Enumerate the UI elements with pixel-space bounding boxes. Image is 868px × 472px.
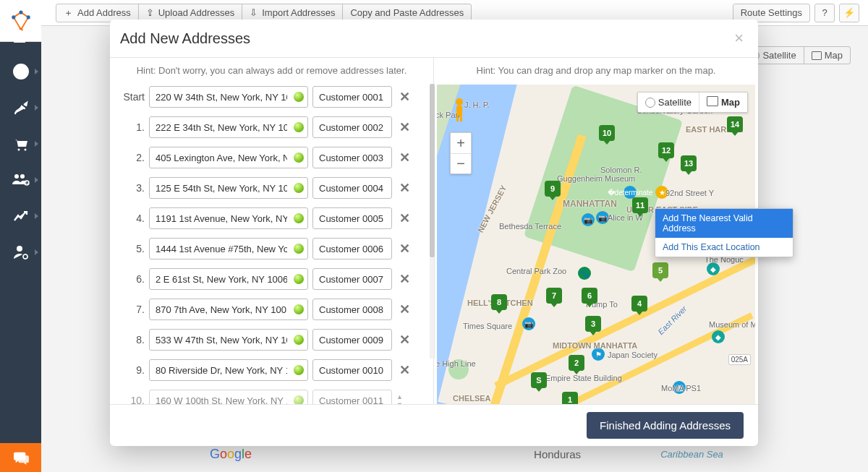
map-pin[interactable]: 11 bbox=[632, 197, 648, 213]
delete-row-button[interactable]: ✕ bbox=[396, 362, 412, 378]
delete-row-button[interactable]: ✕ bbox=[396, 180, 412, 196]
plus-icon: ＋ bbox=[64, 7, 73, 20]
delete-row-button[interactable]: ✕ bbox=[396, 332, 412, 348]
map-pin[interactable]: 14 bbox=[727, 116, 743, 132]
alias-input[interactable] bbox=[312, 177, 392, 199]
map-pin[interactable]: 12 bbox=[658, 142, 674, 158]
svg-rect-16 bbox=[456, 115, 459, 121]
zoom-in-button[interactable]: + bbox=[451, 133, 471, 153]
address-input[interactable] bbox=[149, 238, 308, 259]
nav-analytics[interactable] bbox=[0, 198, 41, 234]
help-button[interactable]: ? bbox=[814, 4, 835, 22]
map-pin[interactable]: 5 bbox=[652, 262, 668, 278]
alias-input[interactable] bbox=[312, 238, 392, 259]
geocode-status-icon bbox=[294, 274, 304, 284]
nav-chat[interactable] bbox=[0, 443, 41, 472]
map-pin[interactable]: 13 bbox=[681, 155, 697, 171]
delete-row-button[interactable]: ✕ bbox=[396, 210, 412, 226]
delete-row-button[interactable]: ✕ bbox=[396, 150, 412, 166]
ctx-add-exact[interactable]: Add This Exact Location bbox=[655, 238, 793, 257]
map-pin[interactable]: 8 bbox=[491, 294, 507, 310]
address-list-pane: Hint: Don't worry, you can always add or… bbox=[110, 58, 434, 404]
globe-icon bbox=[645, 98, 655, 108]
nav-add-user[interactable] bbox=[0, 17, 41, 53]
alias-input[interactable] bbox=[312, 147, 392, 168]
address-scroll[interactable]: Start✕1.✕2.✕3.✕4.✕5.✕6.✕7.✕8.✕9.✕10. bbox=[110, 82, 433, 404]
alias-input[interactable] bbox=[312, 268, 392, 290]
nav-orders[interactable] bbox=[0, 126, 41, 162]
address-input[interactable] bbox=[149, 116, 308, 138]
address-input[interactable] bbox=[149, 207, 308, 229]
map-pin[interactable]: 3 bbox=[585, 316, 601, 332]
left-nav-rail bbox=[0, 0, 41, 472]
address-input[interactable] bbox=[149, 86, 308, 108]
question-icon: ? bbox=[822, 7, 827, 18]
address-row: 1.✕ bbox=[116, 112, 429, 142]
alias-input[interactable] bbox=[312, 299, 392, 320]
map-zoom-control: + − bbox=[450, 132, 472, 174]
address-row: 9.✕ bbox=[116, 355, 429, 385]
svg-point-14 bbox=[456, 98, 463, 106]
nav-user-settings[interactable] bbox=[0, 234, 41, 270]
address-input[interactable] bbox=[149, 268, 308, 290]
alias-input[interactable] bbox=[312, 359, 392, 381]
alias-input[interactable] bbox=[312, 116, 392, 138]
address-input[interactable] bbox=[149, 359, 308, 381]
alias-input[interactable] bbox=[312, 329, 392, 351]
modal-map-type-toggle: Satellite Map bbox=[637, 92, 748, 113]
keyboard-shortcut-badge: 025A bbox=[728, 354, 751, 365]
modal-close-button[interactable]: × bbox=[734, 30, 744, 46]
delete-row-button[interactable]: ✕ bbox=[396, 241, 412, 257]
alias-input[interactable] bbox=[312, 207, 392, 229]
nav-team[interactable] bbox=[0, 162, 41, 198]
svg-point-6 bbox=[20, 75, 22, 77]
ctx-add-nearest[interactable]: Add The Nearest Valid Address bbox=[655, 209, 793, 238]
map-toggle[interactable]: Map bbox=[699, 93, 747, 112]
address-list-scrollbar[interactable] bbox=[430, 84, 435, 359]
import-icon: ⇩ bbox=[250, 7, 258, 18]
sort-handle[interactable] bbox=[396, 393, 403, 404]
row-index: 7. bbox=[116, 304, 145, 315]
row-index: Start bbox=[116, 91, 145, 103]
address-row: 5.✕ bbox=[116, 233, 429, 264]
zoom-out-button[interactable]: − bbox=[451, 153, 471, 173]
row-index: 5. bbox=[116, 243, 145, 254]
map-pin[interactable]: 2 bbox=[569, 355, 584, 371]
delete-row-button[interactable]: ✕ bbox=[396, 119, 412, 135]
geocode-status-icon bbox=[294, 92, 304, 102]
svg-rect-17 bbox=[460, 115, 462, 121]
svg-point-12 bbox=[17, 246, 22, 252]
delete-row-button[interactable]: ✕ bbox=[396, 301, 412, 317]
satellite-toggle[interactable]: Satellite bbox=[638, 93, 699, 112]
map-icon bbox=[707, 96, 718, 108]
map-pin[interactable]: 7 bbox=[546, 288, 562, 304]
nav-help[interactable] bbox=[0, 53, 41, 90]
modal-header: Add New Addresses × bbox=[110, 20, 758, 58]
svg-point-4 bbox=[17, 30, 22, 35]
delete-row-button[interactable]: ✕ bbox=[396, 89, 412, 105]
address-input[interactable] bbox=[149, 147, 308, 168]
geocode-status-icon bbox=[294, 244, 304, 254]
address-row: Start✕ bbox=[116, 82, 429, 112]
map-pin[interactable]: 6 bbox=[582, 288, 597, 304]
pegman-icon[interactable] bbox=[450, 98, 469, 122]
map-pin[interactable]: S bbox=[531, 372, 547, 388]
nav-routes[interactable] bbox=[0, 90, 41, 126]
alias-input[interactable] bbox=[312, 390, 392, 404]
map-pin[interactable]: 9 bbox=[545, 181, 561, 197]
delete-row-button[interactable]: ✕ bbox=[396, 271, 412, 287]
address-input[interactable] bbox=[149, 299, 308, 320]
address-hint: Hint: Don't worry, you can always add or… bbox=[110, 58, 433, 82]
address-input[interactable] bbox=[149, 329, 308, 351]
map-pin[interactable]: 1 bbox=[562, 392, 578, 404]
address-input[interactable] bbox=[149, 390, 308, 404]
map-pin[interactable]: 4 bbox=[631, 296, 647, 312]
alias-input[interactable] bbox=[312, 86, 392, 108]
address-row: 10. bbox=[116, 385, 429, 404]
address-input[interactable] bbox=[149, 177, 308, 199]
finished-adding-button[interactable]: Finished Adding Addresses bbox=[587, 412, 744, 439]
row-index: 9. bbox=[116, 364, 145, 376]
map-pin[interactable]: 10 bbox=[599, 125, 615, 141]
quick-action-button[interactable]: ⚡ bbox=[839, 4, 859, 22]
geocode-status-icon bbox=[294, 335, 304, 345]
